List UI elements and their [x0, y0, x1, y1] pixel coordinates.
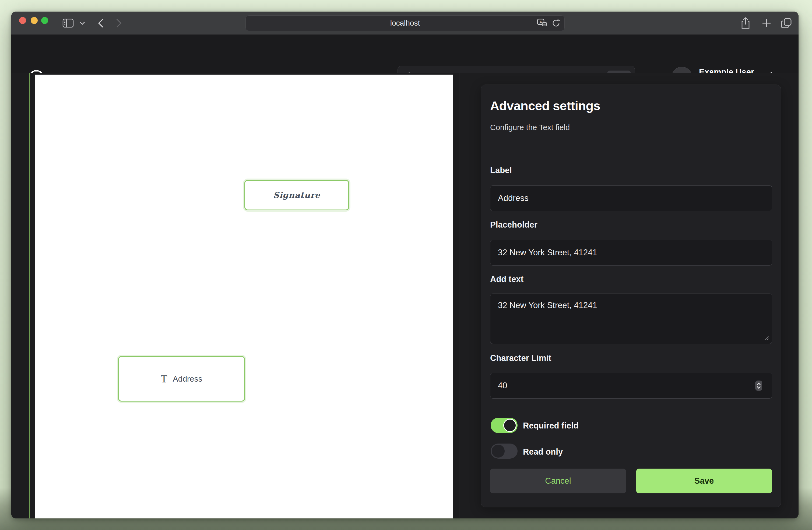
app-navbar: Documenso Documents Templates Search ⌘+K… — [11, 35, 799, 73]
address-bar[interactable]: localhost A — [245, 15, 565, 31]
add-text-field-label: Add text — [490, 275, 523, 284]
document-page: Signature T Address — [35, 74, 453, 518]
text-field-address[interactable]: T Address — [118, 356, 245, 402]
cancel-button[interactable]: Cancel — [490, 469, 626, 493]
new-tab-icon[interactable] — [759, 12, 774, 35]
required-field-toggle[interactable] — [491, 418, 518, 433]
signature-field[interactable]: Signature — [244, 180, 349, 210]
page-indicator-line — [29, 73, 30, 518]
svg-text:A: A — [539, 20, 542, 24]
placeholder-field-label: Placeholder — [490, 220, 537, 230]
add-text-textarea[interactable]: 32 New York Street, 41241 — [490, 294, 772, 344]
chevron-down-icon[interactable] — [78, 12, 87, 35]
minimize-window-button[interactable] — [31, 17, 38, 24]
back-button[interactable] — [95, 12, 106, 35]
save-button[interactable]: Save — [636, 469, 772, 493]
browser-window: localhost A — [11, 12, 799, 518]
placeholder-input[interactable] — [490, 240, 772, 266]
required-field-label: Required field — [523, 421, 579, 431]
read-only-label: Read only — [523, 447, 563, 457]
toggle-knob — [492, 445, 505, 458]
character-limit-input[interactable] — [490, 373, 772, 399]
forward-button[interactable] — [114, 12, 124, 35]
content-divider — [459, 73, 460, 518]
text-field-label: Address — [173, 374, 202, 383]
content-area: Signature T Address Advanced settings Co… — [11, 73, 799, 518]
panel-subtitle: Configure the Text field — [490, 123, 570, 132]
sidebar-toggle-icon[interactable] — [61, 12, 75, 35]
signature-field-label: Signature — [273, 191, 320, 200]
text-type-icon: T — [161, 373, 167, 385]
textarea-resize-handle[interactable] — [763, 335, 769, 341]
panel-title: Advanced settings — [490, 98, 600, 113]
translate-icon[interactable]: A — [537, 16, 548, 31]
share-icon[interactable] — [738, 12, 753, 35]
read-only-toggle[interactable] — [491, 444, 518, 459]
browser-toolbar: localhost A — [11, 12, 799, 35]
label-field-label: Label — [490, 166, 512, 175]
close-window-button[interactable] — [19, 17, 26, 24]
panel-divider — [490, 149, 772, 149]
reload-icon[interactable] — [551, 16, 561, 31]
character-limit-field-label: Character Limit — [490, 353, 551, 363]
url-text: localhost — [246, 16, 564, 31]
tab-overview-icon[interactable] — [778, 12, 795, 35]
toolbar-divider — [77, 18, 77, 28]
toggle-knob — [503, 419, 517, 432]
label-input[interactable] — [490, 185, 772, 211]
number-stepper[interactable] — [755, 380, 762, 391]
advanced-settings-panel: Advanced settings Configure the Text fie… — [481, 85, 781, 507]
zoom-window-button[interactable] — [41, 17, 48, 24]
